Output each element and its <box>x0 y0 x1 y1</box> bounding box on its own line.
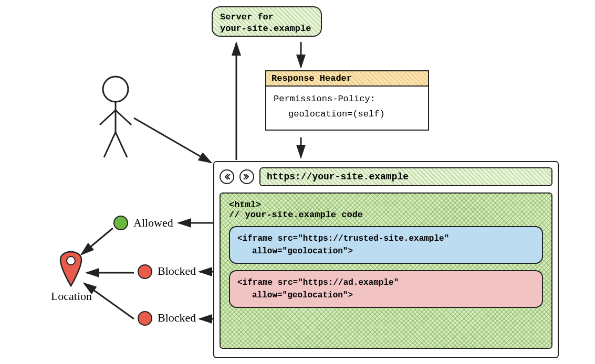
back-icon <box>220 169 234 184</box>
iframe-trusted-src: <iframe src="https://trusted-site.exampl… <box>237 232 535 245</box>
svg-point-0 <box>103 77 128 102</box>
page-viewport: <html> // your-site.example code <iframe… <box>220 192 552 349</box>
status-blocked-1-label: Blocked <box>158 264 196 278</box>
status-allowed-label: Allowed <box>133 216 173 230</box>
response-line1: Permissions-Policy: <box>274 92 421 107</box>
iframe-ad-src: <iframe src="https://ad.example" <box>237 276 535 289</box>
url-bar: https://your-site.example <box>259 167 552 186</box>
svg-line-11 <box>81 228 113 254</box>
iframe-trusted-allow: allow="geolocation"> <box>237 245 535 258</box>
svg-line-3 <box>116 110 131 125</box>
iframe-ad-allow: allow="geolocation"> <box>237 289 535 302</box>
browser-window: https://your-site.example <html> // your… <box>213 161 559 358</box>
status-dot-allowed <box>113 216 128 230</box>
iframe-trusted: <iframe src="https://trusted-site.exampl… <box>229 226 543 264</box>
svg-line-6 <box>134 118 211 163</box>
response-line2: geolocation=(self) <box>274 107 421 122</box>
server-node: Server for your-site.example <box>212 6 322 37</box>
svg-line-5 <box>116 132 127 157</box>
iframe-ad: <iframe src="https://ad.example" allow="… <box>229 270 543 308</box>
status-dot-blocked-1 <box>138 264 152 279</box>
location-label: Location <box>45 290 98 303</box>
code-line2: // your-site.example code <box>229 210 543 220</box>
svg-line-4 <box>104 132 116 157</box>
response-header-title: Response Header <box>266 71 428 87</box>
svg-line-2 <box>100 110 116 125</box>
response-header-box: Response Header Permissions-Policy: geol… <box>265 70 429 131</box>
server-line2: your-site.example <box>220 23 314 35</box>
svg-point-10 <box>67 256 75 265</box>
status-blocked-2-label: Blocked <box>158 311 196 325</box>
status-dot-blocked-2 <box>138 311 152 326</box>
server-line1: Server for <box>220 12 314 23</box>
code-line1: <html> <box>229 200 543 210</box>
forward-icon <box>239 169 254 184</box>
